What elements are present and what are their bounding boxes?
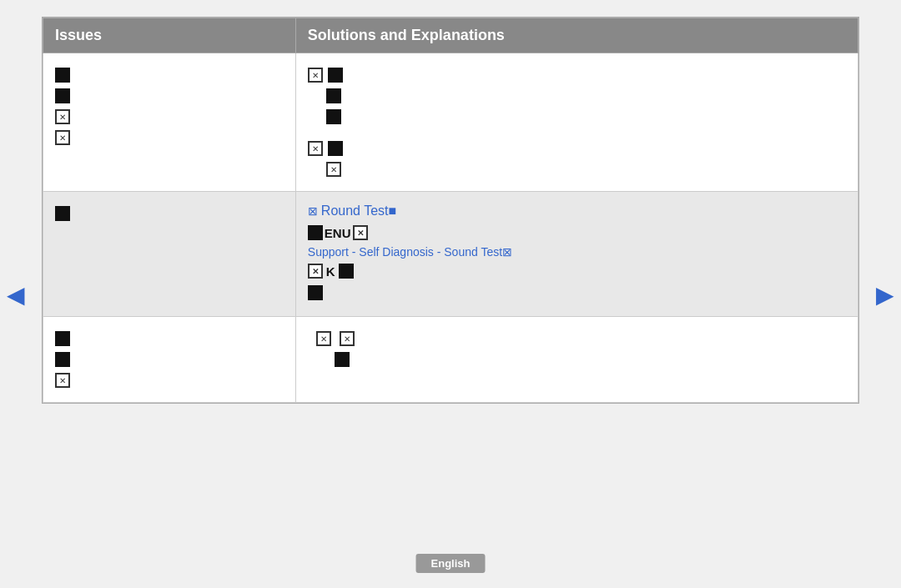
solutions-cell-1 <box>295 53 858 192</box>
xbox-icon <box>55 130 70 145</box>
block-icon <box>55 352 70 367</box>
block-icon <box>308 225 323 240</box>
block-icon <box>328 141 343 156</box>
issue-line <box>55 329 284 348</box>
solution-line <box>308 329 846 348</box>
xbox-icon <box>55 109 70 124</box>
issue-line <box>55 87 284 105</box>
issue-line <box>55 128 284 147</box>
table-row-highlighted: ⊠ Round Test■ ENU Support - Self Diagnos… <box>43 192 858 317</box>
issues-cell-2 <box>43 192 296 317</box>
block-icon <box>326 88 341 103</box>
xbox-icon <box>340 331 355 346</box>
header-issues: Issues <box>43 18 296 53</box>
xbox-icon <box>308 68 323 83</box>
table-row <box>43 317 858 403</box>
issue-line <box>55 371 284 389</box>
block-icon <box>55 68 70 83</box>
block-icon <box>55 88 70 103</box>
title-text: Round Test■ <box>321 204 396 219</box>
issues-cell-1 <box>43 53 296 192</box>
xbox-icon <box>308 141 323 156</box>
nav-arrow-left[interactable]: ◀ <box>7 280 25 308</box>
header-solutions: Solutions and Explanations <box>295 18 858 53</box>
block-icon <box>55 331 70 346</box>
xbox-icon <box>308 264 323 279</box>
block-icon <box>326 109 341 124</box>
solution-line <box>308 108 846 126</box>
menu-line: ENU <box>308 224 846 242</box>
table-row <box>43 53 858 192</box>
ok-line: K <box>308 262 846 280</box>
solution-line <box>308 160 846 178</box>
ok-text: K <box>326 264 335 279</box>
solutions-cell-2: ⊠ Round Test■ ENU Support - Self Diagnos… <box>295 192 858 317</box>
issues-cell-3 <box>43 317 296 403</box>
issue-line <box>55 108 284 126</box>
solution-line <box>308 350 846 369</box>
solution-line <box>308 139 846 158</box>
block-icon <box>335 352 350 367</box>
block-icon <box>328 68 343 83</box>
solution-line <box>308 66 846 84</box>
language-button[interactable]: English <box>416 554 486 573</box>
nav-arrow-right[interactable]: ▶ <box>876 280 894 308</box>
xbox-icon <box>326 162 341 177</box>
sound-test-title: ⊠ Round Test■ <box>308 204 846 219</box>
block-icon <box>308 285 323 300</box>
xbox-icon <box>55 373 70 388</box>
main-table-container: Issues Solutions and Explanations <box>42 17 859 404</box>
issue-line <box>55 66 284 84</box>
issue-line <box>55 350 284 369</box>
menu-text: ENU <box>325 226 351 240</box>
block-icon <box>55 206 70 221</box>
solutions-cell-3 <box>295 317 858 403</box>
path-line: Support - Self Diagnosis - Sound Test⊠ <box>308 245 846 259</box>
solution-line <box>308 284 846 302</box>
issues-solutions-table: Issues Solutions and Explanations <box>43 18 858 403</box>
table-header-row: Issues Solutions and Explanations <box>43 18 858 53</box>
title-xbox: ⊠ <box>308 204 318 218</box>
block-icon <box>339 264 354 279</box>
xbox-icon <box>353 225 368 240</box>
issue-line <box>55 204 284 223</box>
xbox-icon <box>316 331 331 346</box>
solution-line <box>308 87 846 105</box>
